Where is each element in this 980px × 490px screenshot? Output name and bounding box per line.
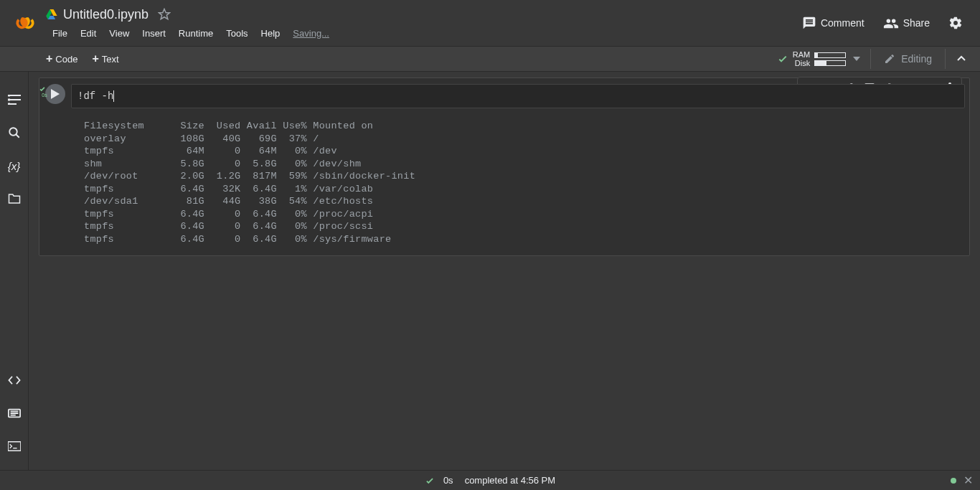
ram-bar [814,52,846,58]
add-text-button[interactable]: + Text [85,51,126,67]
menu-view[interactable]: View [103,27,136,40]
status-dot-icon [951,478,956,484]
comment-button[interactable]: Comment [795,11,872,34]
comment-label: Comment [821,17,864,29]
status-completed: completed at 4:56 PM [465,475,555,486]
menu-edit[interactable]: Edit [74,27,103,40]
cursor [113,90,114,102]
document-title[interactable]: Untitled0.ipynb [63,7,149,22]
check-icon [777,53,788,65]
check-icon [38,85,51,93]
status-bar: 0s completed at 4:56 PM ✕ [0,470,980,490]
text-label: Text [102,54,119,65]
svg-rect-2 [8,442,21,451]
plus-icon: + [46,54,52,64]
code-label: Code [55,54,77,65]
cell-output: Filesystem Size Used Avail Use% Mounted … [39,113,969,255]
star-button[interactable] [154,4,174,24]
toc-icon[interactable] [0,83,29,116]
saving-status[interactable]: Saving... [286,27,336,40]
disk-label: Disk [793,59,810,67]
editing-mode-button[interactable]: Editing [874,49,942,69]
close-status-button[interactable]: ✕ [963,473,973,487]
share-button[interactable]: Share [876,13,937,33]
search-icon[interactable] [0,116,29,149]
dropdown-icon[interactable] [850,57,863,61]
collapse-button[interactable] [948,46,974,72]
code-text: !df -h [77,90,113,102]
editing-label: Editing [901,53,932,65]
menu-file[interactable]: File [46,27,74,40]
code-input[interactable]: !df -h [71,84,965,108]
variables-icon[interactable]: {x} [0,149,29,182]
terminal-icon[interactable] [0,430,29,463]
disk-bar [814,60,846,66]
plus-icon: + [92,54,98,64]
drive-icon [46,9,57,19]
divider [870,49,871,69]
share-label: Share [903,17,930,29]
ram-label: RAM [793,50,810,59]
resource-indicator[interactable]: RAM Disk [773,50,867,67]
menu-tools[interactable]: Tools [220,27,254,40]
settings-button[interactable] [941,9,970,37]
colab-logo[interactable] [10,0,40,46]
divider [945,49,946,69]
exec-time: 0s [38,93,51,98]
check-icon [425,476,435,486]
menu-runtime[interactable]: Runtime [172,27,220,40]
svg-point-0 [9,128,17,136]
status-duration: 0s [443,475,453,486]
command-palette-icon[interactable] [0,397,29,430]
files-icon[interactable] [0,182,29,215]
sidebar: {x} [0,72,29,470]
menu-help[interactable]: Help [255,27,287,40]
menu-insert[interactable]: Insert [136,27,172,40]
add-code-button[interactable]: + Code [39,51,85,67]
code-cell: 0s !df [39,77,970,256]
code-snippets-icon[interactable] [0,364,29,397]
